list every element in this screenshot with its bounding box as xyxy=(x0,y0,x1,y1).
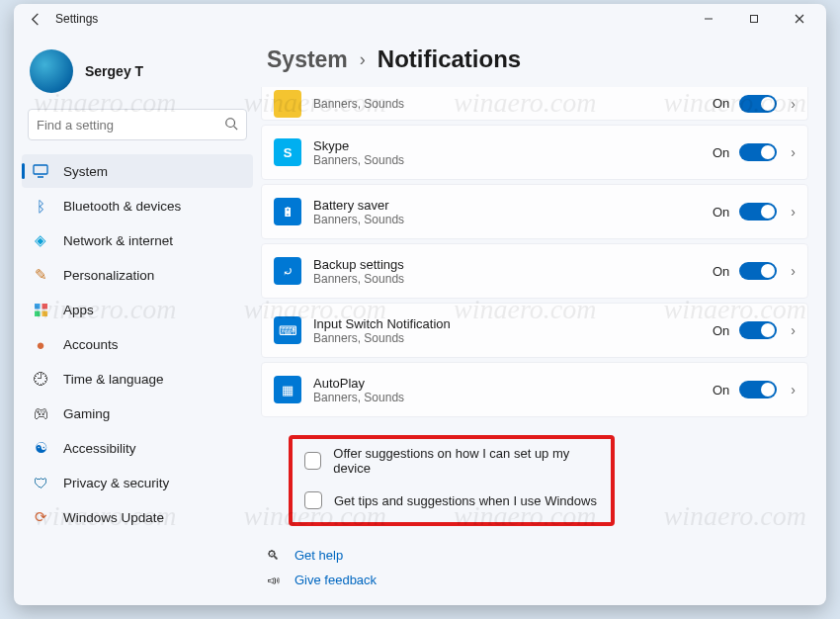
sidebar-item-network[interactable]: ◈ Network & internet xyxy=(22,223,253,257)
app-state: On xyxy=(713,323,729,338)
close-button[interactable] xyxy=(777,4,822,34)
sidebar-item-label: Accounts xyxy=(63,337,119,352)
app-icon: ⤾ xyxy=(274,257,301,285)
settings-window: Settings Sergey T xyxy=(14,4,826,605)
clock-icon: 🕘︎ xyxy=(32,370,49,388)
sidebar-item-label: Gaming xyxy=(63,406,110,421)
search-input[interactable] xyxy=(37,118,224,133)
sidebar-item-gaming[interactable]: 🎮︎ Gaming xyxy=(22,397,253,430)
app-subtitle: Banners, Sounds xyxy=(313,272,713,286)
network-icon: ◈ xyxy=(32,231,49,249)
suggestions-block: Offer suggestions on how I can set up my… xyxy=(289,435,615,526)
maximize-button[interactable] xyxy=(731,4,777,34)
chevron-right-icon: › xyxy=(791,204,796,220)
avatar xyxy=(30,49,73,93)
sidebar-item-accounts[interactable]: ● Accounts xyxy=(22,327,253,361)
sidebar: Sergey T System ᛒ Bluetooth & devices xyxy=(14,34,261,605)
bluetooth-icon: ᛒ xyxy=(32,197,49,215)
app-state: On xyxy=(713,145,729,160)
link-label: Get help xyxy=(294,548,343,563)
app-row[interactable]: Banners, Sounds On › xyxy=(261,87,808,121)
accounts-icon: ● xyxy=(32,335,49,353)
app-title: Input Switch Notification xyxy=(313,316,713,331)
checkbox-row-tips[interactable]: Get tips and suggestions when I use Wind… xyxy=(293,481,611,520)
chevron-right-icon: › xyxy=(791,144,796,160)
app-row-skype[interactable]: S Skype Banners, Sounds On › xyxy=(261,125,808,180)
main-content: System › Notifications Banners, Sounds O… xyxy=(261,34,826,605)
sidebar-item-update[interactable]: ⟳ Windows Update xyxy=(22,500,253,534)
toggle-switch[interactable] xyxy=(739,381,777,398)
sidebar-item-accessibility[interactable]: ☯︎ Accessibility xyxy=(22,431,253,465)
chevron-right-icon: › xyxy=(791,96,796,112)
app-title: Battery saver xyxy=(313,198,713,213)
svg-rect-8 xyxy=(35,310,41,316)
toggle-switch[interactable] xyxy=(739,321,777,339)
nav: System ᛒ Bluetooth & devices ◈ Network &… xyxy=(20,154,255,534)
app-row-input-switch[interactable]: ⌨︎ Input Switch Notification Banners, So… xyxy=(261,303,808,358)
brush-icon: ✎ xyxy=(32,266,49,284)
minimize-button[interactable] xyxy=(686,4,731,34)
svg-rect-6 xyxy=(35,304,41,310)
svg-rect-1 xyxy=(751,16,758,23)
toggle-switch[interactable] xyxy=(739,95,777,113)
window-title: Settings xyxy=(55,12,98,26)
apps-icon xyxy=(32,301,49,318)
chevron-right-icon: › xyxy=(360,49,366,70)
breadcrumb: System › Notifications xyxy=(261,42,808,87)
svg-rect-7 xyxy=(42,304,47,310)
toggle-switch[interactable] xyxy=(739,262,777,280)
feedback-icon: 📣︎ xyxy=(267,573,283,587)
svg-point-2 xyxy=(226,118,235,127)
system-icon xyxy=(32,162,49,180)
checkbox[interactable] xyxy=(304,491,322,509)
give-feedback-link[interactable]: 📣︎ Give feedback xyxy=(267,573,808,587)
sidebar-item-apps[interactable]: Apps xyxy=(22,293,253,326)
gaming-icon: 🎮︎ xyxy=(32,404,49,422)
accessibility-icon: ☯︎ xyxy=(32,439,49,457)
svg-rect-9 xyxy=(42,310,47,316)
breadcrumb-parent[interactable]: System xyxy=(267,46,348,73)
app-subtitle: Banners, Sounds xyxy=(313,331,713,345)
shield-icon: 🛡︎ xyxy=(32,474,49,491)
sidebar-item-bluetooth[interactable]: ᛒ Bluetooth & devices xyxy=(22,189,253,222)
sidebar-item-time[interactable]: 🕘︎ Time & language xyxy=(22,362,253,396)
titlebar: Settings xyxy=(14,4,826,34)
sidebar-item-label: System xyxy=(63,164,108,179)
page-title: Notifications xyxy=(378,45,521,73)
app-state: On xyxy=(713,96,729,111)
app-icon: ⌨︎ xyxy=(274,316,301,344)
app-row-autoplay[interactable]: ▦ AutoPlay Banners, Sounds On › xyxy=(261,362,808,417)
toggle-switch[interactable] xyxy=(739,203,777,221)
app-row-battery[interactable]: 🔋︎ Battery saver Banners, Sounds On › xyxy=(261,184,808,239)
app-icon xyxy=(274,90,301,118)
app-icon: 🔋︎ xyxy=(274,198,301,225)
get-help-link[interactable]: 🔍︎ Get help xyxy=(267,548,808,563)
profile[interactable]: Sergey T xyxy=(20,42,255,107)
app-subtitle: Banners, Sounds xyxy=(313,391,713,404)
chevron-right-icon: › xyxy=(791,322,796,338)
checkbox-label: Offer suggestions on how I can set up my… xyxy=(333,446,599,476)
app-row-backup[interactable]: ⤾ Backup settings Banners, Sounds On › xyxy=(261,243,808,299)
svg-line-3 xyxy=(234,126,238,130)
app-subtitle: Banners, Sounds xyxy=(313,153,713,167)
sidebar-item-privacy[interactable]: 🛡︎ Privacy & security xyxy=(22,466,253,499)
chevron-right-icon: › xyxy=(791,382,796,398)
svg-rect-4 xyxy=(34,165,47,174)
checkbox-label: Get tips and suggestions when I use Wind… xyxy=(334,493,597,508)
checkbox[interactable] xyxy=(304,452,321,470)
app-state: On xyxy=(713,383,729,398)
toggle-switch[interactable] xyxy=(739,143,777,161)
sidebar-item-label: Privacy & security xyxy=(63,476,169,490)
app-title: Skype xyxy=(313,138,713,153)
app-state: On xyxy=(713,205,729,220)
app-icon: S xyxy=(274,138,301,166)
sidebar-item-label: Network & internet xyxy=(63,233,173,248)
sidebar-item-system[interactable]: System xyxy=(22,154,253,188)
sidebar-item-personalization[interactable]: ✎ Personalization xyxy=(22,258,253,292)
checkbox-row-setup-suggestions[interactable]: Offer suggestions on how I can set up my… xyxy=(293,441,611,481)
app-title: Backup settings xyxy=(313,257,713,272)
chevron-right-icon: › xyxy=(791,263,796,279)
search-box[interactable] xyxy=(28,109,247,140)
back-button[interactable] xyxy=(22,5,49,33)
app-subtitle: Banners, Sounds xyxy=(313,97,713,111)
